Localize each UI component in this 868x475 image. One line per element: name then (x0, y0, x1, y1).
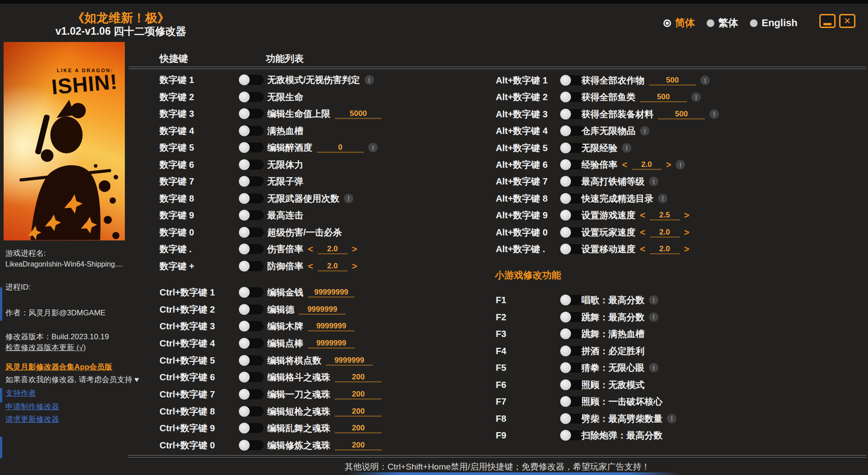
toggle-knob (560, 227, 571, 238)
function-label: 设置游戏速度 (581, 209, 635, 221)
lang-label: English (762, 17, 797, 29)
toggle-knob (560, 346, 571, 356)
hotkey-label: F7 (496, 397, 506, 407)
spinner-value[interactable]: 2.0 (318, 261, 347, 271)
function-label: 跳舞：满热血槽 (581, 328, 644, 340)
function-label: 快速完成精选目录 (581, 192, 653, 204)
hotkey-label: Alt+数字键 8 (496, 192, 548, 204)
trainer-row: Alt+数字键 6经验倍率<2.0>! (0, 158, 868, 171)
toggle-knob (560, 159, 571, 170)
warning-icon: ! (691, 92, 701, 102)
spinner-value[interactable]: 2.0 (650, 244, 680, 254)
trainer-row: Alt+数字键 8快速完成精选目录! (0, 192, 868, 205)
background-taskbar-artifact (347, 472, 681, 475)
spinner-decrease-arrow[interactable]: < (640, 244, 645, 254)
trainer-row: F1唱歌：最高分数! (0, 293, 868, 307)
spinner-increase-arrow[interactable]: > (666, 160, 672, 170)
spinner-decrease-arrow[interactable]: < (640, 210, 645, 221)
function-label: 防御倍率 (267, 260, 303, 272)
hotkey-label: Alt+数字键 1 (496, 74, 548, 87)
warning-icon: ! (709, 109, 719, 119)
spinner-decrease-arrow[interactable]: < (622, 160, 627, 170)
function-cell: 获得全部农作物500! (581, 74, 710, 87)
trainer-row: Alt+数字键 4仓库无限物品! (0, 124, 868, 138)
close-button[interactable]: ✕ (839, 14, 855, 28)
value-input[interactable]: 500 (658, 109, 705, 119)
toggle-knob (560, 328, 571, 339)
spinner-decrease-arrow[interactable]: < (640, 227, 645, 237)
lang-option-english[interactable]: English (750, 17, 797, 29)
warning-icon: ! (667, 414, 676, 423)
toggle-knob (560, 176, 571, 187)
trainer-row: F4拼酒：必定胜利 (0, 344, 868, 358)
hotkey-label: F1 (496, 295, 506, 305)
function-cell: 劈柴：最高劈柴数量! (581, 412, 676, 424)
lang-label: 简体 (675, 16, 695, 30)
trainer-row: F5猜拳：无限心眼! (0, 361, 868, 374)
toggle-switch[interactable] (239, 261, 264, 272)
hotkey-label: Alt+数字键 4 (496, 125, 548, 137)
spinner-increase-arrow[interactable]: > (684, 210, 690, 221)
background-window-artifact (0, 287, 2, 321)
hotkey-label: F9 (496, 430, 506, 441)
warning-icon: ! (658, 194, 667, 203)
radio-icon (707, 19, 714, 27)
hotkey-label: Alt+数字键 3 (496, 108, 548, 120)
warning-icon: ! (649, 295, 658, 305)
function-column-header: 功能列表 (266, 52, 304, 65)
warning-icon: ! (700, 76, 710, 85)
spinner-value[interactable]: 2.5 (650, 210, 680, 221)
hotkey-label: F3 (496, 329, 506, 339)
trainer-window: 《如龙维新！极》 v1.02-v1.06 四十二项修改器 简体 繁体 Engli… (0, 0, 868, 475)
function-label: 设置玩家速度 (581, 226, 635, 238)
toggle-knob (560, 210, 571, 221)
value-input[interactable]: 500 (649, 75, 696, 86)
function-label: 无限经验 (581, 142, 617, 154)
background-window-artifact (0, 437, 2, 458)
footer-note: 其他说明：Ctrl+Shift+Home禁用/启用快捷键；免费修改器，希望玩家广… (128, 461, 866, 473)
lang-option-traditional[interactable]: 繁体 (707, 16, 738, 30)
toggle-knob (560, 75, 571, 86)
function-cell: 仓库无限物品! (581, 125, 649, 137)
function-cell: 跳舞：最高分数! (581, 311, 658, 323)
hotkey-column-header: 快捷键 (160, 52, 188, 65)
spinner-decrease-arrow[interactable]: < (308, 261, 313, 271)
background-window-artifact (0, 388, 2, 402)
function-cell: 快速完成精选目录! (581, 192, 667, 204)
function-label: 经验倍率 (581, 159, 617, 171)
trainer-row: F2跳舞：最高分数! (0, 310, 868, 324)
toggle-knob (560, 244, 571, 254)
hotkey-label: Alt+数字键 2 (496, 91, 548, 103)
trainer-row: Alt+数字键 9设置游戏速度<2.5> (0, 208, 868, 222)
function-cell: 设置移动速度<2.0> (581, 243, 689, 255)
warning-icon: ! (640, 126, 649, 136)
spinner-increase-arrow[interactable]: > (684, 244, 690, 254)
toggle-knob (560, 193, 571, 204)
value-input[interactable]: 500 (640, 92, 687, 102)
function-cell: 获得全部装备材料500! (581, 108, 719, 120)
warning-icon: ! (649, 363, 658, 373)
function-cell: 设置游戏速度<2.5> (581, 209, 689, 221)
function-label: 照顾：无敌模式 (581, 378, 644, 391)
function-cell: 唱歌：最高分数! (581, 294, 658, 306)
window-top-strip (0, 0, 868, 4)
function-cell: 防御倍率<2.0> (267, 260, 357, 272)
lang-label: 繁体 (718, 16, 738, 30)
function-label: 扫除炮弹：最高分数 (581, 429, 662, 442)
function-label: 仓库无限物品 (581, 125, 635, 137)
warning-icon: ! (676, 160, 685, 170)
spinner-value[interactable]: 2.0 (632, 160, 662, 170)
function-cell: 获得全部鱼类500! (581, 91, 701, 103)
toggle-knob (560, 413, 571, 424)
function-label: 获得全部农作物 (581, 74, 644, 87)
function-label: 最高打铁铺等级 (581, 175, 644, 188)
lang-option-simplified[interactable]: 简体 (663, 16, 695, 30)
spinner-value[interactable]: 2.0 (650, 227, 680, 237)
function-label: 拼酒：必定胜利 (581, 345, 644, 357)
function-label: 猜拳：无限心眼 (581, 362, 644, 374)
hotkey-label: F5 (496, 363, 506, 373)
spinner-increase-arrow[interactable]: > (352, 261, 357, 271)
minimize-button[interactable] (819, 14, 836, 28)
toggle-knob (560, 312, 571, 323)
spinner-increase-arrow[interactable]: > (684, 227, 690, 237)
